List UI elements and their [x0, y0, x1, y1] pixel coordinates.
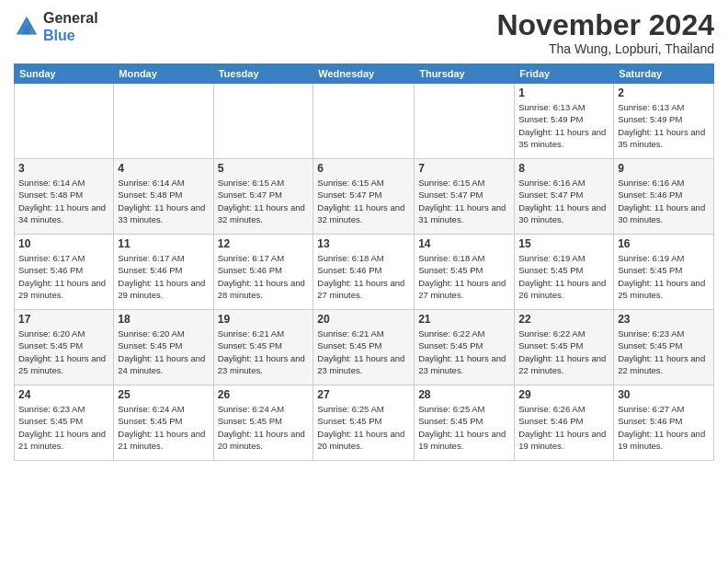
day-info: Sunrise: 6:14 AMSunset: 5:48 PMDaylight:…	[18, 177, 109, 225]
day-info: Sunrise: 6:18 AMSunset: 5:45 PMDaylight:…	[418, 252, 510, 301]
day-number: 10	[18, 237, 109, 250]
table-row: 14Sunrise: 6:18 AMSunset: 5:45 PMDayligh…	[415, 235, 515, 310]
day-info: Sunrise: 6:21 AMSunset: 5:45 PMDaylight:…	[317, 327, 410, 376]
col-wednesday: Wednesday	[313, 64, 415, 84]
day-number: 6	[317, 162, 410, 175]
table-row: 7Sunrise: 6:15 AMSunset: 5:47 PMDaylight…	[415, 159, 515, 235]
table-row	[213, 84, 313, 159]
table-row: 28Sunrise: 6:25 AMSunset: 5:45 PMDayligh…	[415, 385, 515, 461]
header: General Blue November 2024 Tha Wung, Lop…	[14, 9, 714, 56]
table-row	[415, 84, 515, 159]
day-number: 21	[418, 313, 510, 326]
table-row: 6Sunrise: 6:15 AMSunset: 5:47 PMDaylight…	[313, 159, 415, 235]
day-number: 26	[218, 388, 310, 401]
day-info: Sunrise: 6:17 AMSunset: 5:46 PMDaylight:…	[118, 252, 209, 301]
table-row: 8Sunrise: 6:16 AMSunset: 5:47 PMDaylight…	[515, 159, 614, 235]
logo-general: General	[43, 10, 98, 26]
table-row: 18Sunrise: 6:20 AMSunset: 5:45 PMDayligh…	[114, 310, 213, 385]
day-number: 7	[418, 162, 510, 175]
table-row: 5Sunrise: 6:15 AMSunset: 5:47 PMDaylight…	[213, 159, 313, 235]
day-info: Sunrise: 6:22 AMSunset: 5:45 PMDaylight:…	[518, 327, 609, 376]
table-row: 22Sunrise: 6:22 AMSunset: 5:45 PMDayligh…	[515, 310, 614, 385]
day-info: Sunrise: 6:24 AMSunset: 5:45 PMDaylight:…	[118, 403, 209, 452]
day-info: Sunrise: 6:17 AMSunset: 5:46 PMDaylight:…	[18, 252, 109, 301]
table-row: 11Sunrise: 6:17 AMSunset: 5:46 PMDayligh…	[114, 235, 213, 310]
table-row: 1Sunrise: 6:13 AMSunset: 5:49 PMDaylight…	[515, 84, 614, 159]
day-number: 9	[618, 162, 710, 175]
day-number: 27	[317, 388, 410, 401]
table-row	[114, 84, 213, 159]
col-tuesday: Tuesday	[213, 64, 313, 84]
logo: General Blue	[14, 9, 98, 44]
day-info: Sunrise: 6:13 AMSunset: 5:49 PMDaylight:…	[618, 101, 710, 150]
calendar-week-row: 3Sunrise: 6:14 AMSunset: 5:48 PMDaylight…	[15, 159, 714, 235]
table-row: 29Sunrise: 6:26 AMSunset: 5:46 PMDayligh…	[515, 385, 614, 461]
table-row	[15, 84, 114, 159]
day-info: Sunrise: 6:20 AMSunset: 5:45 PMDaylight:…	[118, 327, 209, 376]
table-row: 10Sunrise: 6:17 AMSunset: 5:46 PMDayligh…	[15, 235, 114, 310]
day-number: 2	[618, 86, 710, 99]
day-info: Sunrise: 6:26 AMSunset: 5:46 PMDaylight:…	[518, 403, 609, 452]
day-number: 12	[218, 237, 310, 250]
title-block: November 2024 Tha Wung, Lopburi, Thailan…	[496, 9, 714, 56]
svg-rect-2	[23, 26, 30, 35]
table-row: 19Sunrise: 6:21 AMSunset: 5:45 PMDayligh…	[213, 310, 313, 385]
day-number: 11	[118, 237, 209, 250]
table-row: 17Sunrise: 6:20 AMSunset: 5:45 PMDayligh…	[15, 310, 114, 385]
table-row: 3Sunrise: 6:14 AMSunset: 5:48 PMDaylight…	[15, 159, 114, 235]
calendar-week-row: 17Sunrise: 6:20 AMSunset: 5:45 PMDayligh…	[15, 310, 714, 385]
day-number: 29	[518, 388, 609, 401]
day-info: Sunrise: 6:18 AMSunset: 5:46 PMDaylight:…	[317, 252, 410, 301]
col-friday: Friday	[515, 64, 614, 84]
col-monday: Monday	[114, 64, 213, 84]
day-number: 19	[218, 313, 310, 326]
day-number: 3	[18, 162, 109, 175]
day-info: Sunrise: 6:22 AMSunset: 5:45 PMDaylight:…	[418, 327, 510, 376]
table-row: 12Sunrise: 6:17 AMSunset: 5:46 PMDayligh…	[213, 235, 313, 310]
logo-icon	[14, 14, 40, 40]
day-info: Sunrise: 6:25 AMSunset: 5:45 PMDaylight:…	[418, 403, 510, 452]
day-number: 8	[518, 162, 609, 175]
day-number: 30	[618, 388, 710, 401]
day-info: Sunrise: 6:15 AMSunset: 5:47 PMDaylight:…	[418, 177, 510, 225]
day-info: Sunrise: 6:14 AMSunset: 5:48 PMDaylight:…	[118, 177, 209, 225]
day-number: 14	[418, 237, 510, 250]
col-saturday: Saturday	[614, 64, 714, 84]
day-number: 22	[518, 313, 609, 326]
logo-blue: Blue	[43, 28, 75, 43]
day-number: 1	[518, 86, 609, 99]
day-info: Sunrise: 6:17 AMSunset: 5:46 PMDaylight:…	[218, 252, 310, 301]
day-number: 5	[218, 162, 310, 175]
month-title: November 2024	[496, 9, 714, 41]
day-number: 13	[317, 237, 410, 250]
day-number: 25	[118, 388, 209, 401]
day-info: Sunrise: 6:15 AMSunset: 5:47 PMDaylight:…	[317, 177, 410, 225]
calendar-header-row: Sunday Monday Tuesday Wednesday Thursday…	[15, 64, 714, 84]
table-row: 15Sunrise: 6:19 AMSunset: 5:45 PMDayligh…	[515, 235, 614, 310]
day-info: Sunrise: 6:27 AMSunset: 5:46 PMDaylight:…	[618, 403, 710, 452]
table-row: 21Sunrise: 6:22 AMSunset: 5:45 PMDayligh…	[415, 310, 515, 385]
day-info: Sunrise: 6:19 AMSunset: 5:45 PMDaylight:…	[518, 252, 609, 301]
table-row: 9Sunrise: 6:16 AMSunset: 5:46 PMDaylight…	[614, 159, 714, 235]
day-number: 23	[618, 313, 710, 326]
day-info: Sunrise: 6:23 AMSunset: 5:45 PMDaylight:…	[618, 327, 710, 376]
day-number: 15	[518, 237, 609, 250]
table-row	[313, 84, 415, 159]
day-info: Sunrise: 6:16 AMSunset: 5:47 PMDaylight:…	[518, 177, 609, 225]
day-info: Sunrise: 6:21 AMSunset: 5:45 PMDaylight:…	[218, 327, 310, 376]
table-row: 13Sunrise: 6:18 AMSunset: 5:46 PMDayligh…	[313, 235, 415, 310]
table-row: 20Sunrise: 6:21 AMSunset: 5:45 PMDayligh…	[313, 310, 415, 385]
day-info: Sunrise: 6:19 AMSunset: 5:45 PMDaylight:…	[618, 252, 710, 301]
day-info: Sunrise: 6:15 AMSunset: 5:47 PMDaylight:…	[218, 177, 310, 225]
calendar-week-row: 1Sunrise: 6:13 AMSunset: 5:49 PMDaylight…	[15, 84, 714, 159]
calendar-container: General Blue November 2024 Tha Wung, Lop…	[0, 0, 728, 563]
table-row: 30Sunrise: 6:27 AMSunset: 5:46 PMDayligh…	[614, 385, 714, 461]
day-number: 4	[118, 162, 209, 175]
day-number: 18	[118, 313, 209, 326]
location: Tha Wung, Lopburi, Thailand	[496, 41, 714, 56]
col-sunday: Sunday	[15, 64, 114, 84]
day-number: 16	[618, 237, 710, 250]
table-row: 23Sunrise: 6:23 AMSunset: 5:45 PMDayligh…	[614, 310, 714, 385]
logo-text: General Blue	[43, 9, 98, 44]
table-row: 25Sunrise: 6:24 AMSunset: 5:45 PMDayligh…	[114, 385, 213, 461]
